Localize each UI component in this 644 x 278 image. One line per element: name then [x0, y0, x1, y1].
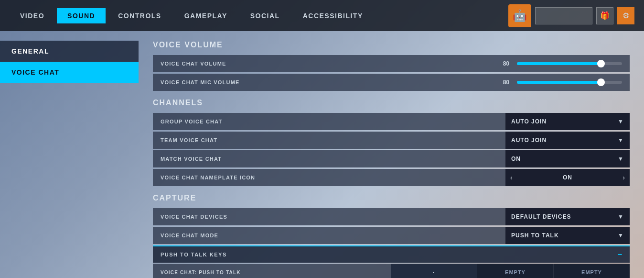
match-voice-chat-dropdown[interactable]: ON ▼ — [505, 150, 630, 167]
group-voice-chat-dropdown[interactable]: AUTO JOIN ▼ — [505, 113, 630, 130]
voice-chat-volume-value: 80 — [495, 60, 509, 67]
voice-chat-mode-dropdown[interactable]: PUSH TO TALK ▼ — [505, 227, 630, 244]
chevron-left-icon[interactable]: ‹ — [510, 174, 513, 181]
chevron-down-icon-3: ▼ — [618, 156, 624, 162]
voice-chat-mic-volume-slider[interactable] — [517, 81, 622, 84]
tab-accessibility[interactable]: ACCESSIBILITY — [292, 8, 374, 23]
ptt-push-to-talk-row: VOICE CHAT: PUSH TO TALK · EMPTY EMPTY — [153, 264, 630, 278]
sidebar-item-voice-chat[interactable]: VOICE CHAT — [0, 62, 139, 83]
voice-chat-nameplate-label: VOICE CHAT NAMEPLATE ICON — [153, 175, 505, 180]
ptt-push-to-talk-alt1-key[interactable]: EMPTY — [477, 264, 553, 278]
voice-chat-volume-label: VOICE CHAT VOLUME — [161, 61, 495, 67]
chevron-down-icon-2: ▼ — [618, 137, 624, 144]
chevron-down-icon-5: ▼ — [618, 232, 624, 239]
voice-chat-devices-value: DEFAULT DEVICES — [511, 213, 571, 220]
voice-chat-mode-row: VOICE CHAT MODE PUSH TO TALK ▼ — [153, 227, 630, 244]
voice-chat-mode-label: VOICE CHAT MODE — [153, 233, 505, 238]
ptt-push-to-talk-alt2-label: EMPTY — [581, 269, 602, 275]
voice-chat-mode-value: PUSH TO TALK — [511, 232, 559, 239]
voice-volume-section: VOICE VOLUME VOICE CHAT VOLUME 80 VOICE … — [153, 41, 630, 91]
ptt-push-to-talk-alt1-label: EMPTY — [505, 269, 526, 275]
tab-sound[interactable]: SOUND — [57, 8, 106, 23]
tab-controls[interactable]: CONTROLS — [107, 8, 172, 23]
collapse-icon[interactable]: − — [618, 250, 622, 259]
team-voice-chat-dropdown[interactable]: AUTO JOIN ▼ — [505, 132, 630, 149]
voice-chat-volume-slider[interactable] — [517, 62, 622, 65]
chevron-down-icon: ▼ — [618, 118, 624, 125]
voice-chat-nameplate-row: VOICE CHAT NAMEPLATE ICON ‹ ON › — [153, 169, 630, 186]
main-content: GENERAL VOICE CHAT VOICE VOLUME VOICE CH… — [0, 31, 644, 278]
chevron-down-icon-4: ▼ — [618, 213, 624, 220]
avatar: 🤖 — [508, 4, 531, 27]
sidebar-item-general[interactable]: GENERAL — [0, 41, 139, 62]
match-voice-chat-label: MATCH VOICE CHAT — [153, 156, 505, 162]
tab-social[interactable]: SOCIAL — [240, 8, 290, 23]
voice-chat-nameplate-value: ON — [563, 174, 572, 181]
username-display — [535, 7, 592, 24]
team-voice-chat-label: TEAM VOICE CHAT — [153, 137, 505, 143]
tab-gameplay[interactable]: GAMEPLAY — [174, 8, 238, 23]
ptt-push-to-talk-label: VOICE CHAT: PUSH TO TALK — [153, 270, 391, 275]
chevron-right-icon[interactable]: › — [623, 174, 625, 181]
capture-section: CAPTURE VOICE CHAT DEVICES DEFAULT DEVIC… — [153, 194, 630, 278]
voice-chat-nameplate-toggle[interactable]: ‹ ON › — [505, 169, 630, 186]
voice-chat-devices-dropdown[interactable]: DEFAULT DEVICES ▼ — [505, 208, 630, 225]
slider-thumb — [597, 60, 605, 67]
capture-title: CAPTURE — [153, 194, 630, 202]
tab-video[interactable]: VIDEO — [10, 8, 55, 23]
voice-chat-mic-volume-row: VOICE CHAT MIC VOLUME 80 — [153, 74, 630, 91]
settings-button[interactable]: ⚙ — [617, 7, 634, 24]
team-voice-chat-value: AUTO JOIN — [511, 137, 547, 144]
voice-chat-mic-volume-value: 80 — [495, 79, 509, 86]
nav-right-section: 🤖 🎁 ⚙ — [508, 4, 634, 27]
group-voice-chat-label: GROUP VOICE CHAT — [153, 119, 505, 124]
voice-volume-title: VOICE VOLUME — [153, 41, 630, 49]
slider-thumb-mic — [597, 78, 605, 86]
voice-chat-devices-row: VOICE CHAT DEVICES DEFAULT DEVICES ▼ — [153, 208, 630, 225]
gift-button[interactable]: 🎁 — [596, 7, 613, 24]
ptt-header-label: PUSH TO TALK KEYS — [161, 252, 618, 257]
ptt-push-to-talk-alt2-key[interactable]: EMPTY — [553, 264, 630, 278]
voice-chat-volume-row: VOICE CHAT VOLUME 80 — [153, 55, 630, 72]
sidebar: GENERAL VOICE CHAT — [0, 31, 139, 278]
match-voice-chat-row: MATCH VOICE CHAT ON ▼ — [153, 150, 630, 167]
group-voice-chat-row: GROUP VOICE CHAT AUTO JOIN ▼ — [153, 113, 630, 130]
channels-title: CHANNELS — [153, 99, 630, 107]
ptt-push-to-talk-primary-key[interactable]: · — [391, 264, 477, 278]
match-voice-chat-value: ON — [511, 156, 521, 162]
group-voice-chat-value: AUTO JOIN — [511, 118, 547, 125]
voice-chat-devices-label: VOICE CHAT DEVICES — [153, 214, 505, 220]
settings-content: VOICE VOLUME VOICE CHAT VOLUME 80 VOICE … — [139, 31, 644, 278]
channels-section: CHANNELS GROUP VOICE CHAT AUTO JOIN ▼ TE… — [153, 99, 630, 186]
voice-chat-mic-volume-label: VOICE CHAT MIC VOLUME — [161, 79, 495, 85]
ptt-header: PUSH TO TALK KEYS − — [153, 245, 630, 263]
top-navigation: VIDEO SOUND CONTROLS GAMEPLAY SOCIAL ACC… — [0, 0, 644, 31]
team-voice-chat-row: TEAM VOICE CHAT AUTO JOIN ▼ — [153, 132, 630, 149]
